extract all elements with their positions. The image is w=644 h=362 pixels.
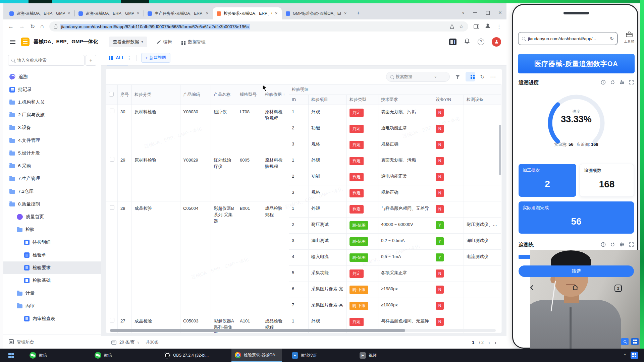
notification-bell-icon[interactable] [464, 38, 470, 46]
taskbar-item[interactable]: 微信 [26, 349, 50, 362]
sidebar-item[interactable]: 检验单 [3, 249, 101, 261]
reload-icon[interactable]: ↻ [30, 23, 35, 30]
sidebar-item[interactable]: 待检明细 [3, 236, 101, 249]
expand-icon[interactable] [629, 242, 634, 248]
sidebar-search[interactable] [8, 55, 85, 66]
sidebar-item[interactable]: 1.机构和人员 [3, 96, 101, 109]
column-header[interactable]: 设备Y/N [433, 95, 464, 105]
nav-tabs-icon[interactable]: 2 [614, 285, 622, 292]
table-search[interactable]: ∨ [386, 72, 450, 82]
sidebar-item[interactable]: 检验基础 [3, 274, 101, 287]
column-header[interactable]: 技术要求 [378, 95, 433, 105]
tray-expand-icon[interactable]: ^ [624, 353, 626, 358]
sidebar-item[interactable]: 8.质量控制 [3, 198, 101, 210]
row-checkbox[interactable] [110, 109, 114, 113]
filter-icon[interactable] [455, 74, 460, 79]
close-window-icon[interactable]: × [498, 9, 502, 16]
column-header[interactable]: 产品名称 [211, 85, 237, 105]
settings-sliders-icon[interactable] [620, 80, 625, 86]
horizontal-scrollbar[interactable] [110, 329, 496, 332]
user-avatar[interactable] [492, 37, 501, 47]
vertical-scrollbar[interactable] [499, 125, 501, 175]
refresh-icon[interactable] [610, 242, 615, 248]
chevron-down-icon[interactable]: ∨ [137, 341, 140, 344]
new-view-button[interactable]: + 新建视图 [141, 53, 170, 63]
sidebar-item[interactable]: 检验要求 [3, 261, 101, 274]
help-icon[interactable]: ? [478, 39, 484, 45]
profile-icon[interactable] [484, 22, 491, 31]
sidebar-item[interactable]: 5.设计开发 [3, 147, 101, 160]
close-tab-icon[interactable]: × [135, 11, 141, 16]
table-search-input[interactable] [396, 74, 432, 79]
column-header[interactable]: 规格型号 [237, 85, 262, 105]
tab-search-icon[interactable]: ∨ [462, 11, 465, 15]
sidebar-item[interactable]: 4.文件管理 [3, 134, 101, 147]
share-icon[interactable] [449, 24, 454, 29]
prev-page-icon[interactable]: ‹ [488, 340, 490, 345]
taskbar-item[interactable]: ▶视频 [356, 349, 380, 362]
view-all-data-dropdown[interactable]: 查看全部数据▾ [109, 37, 147, 47]
taskbar-item[interactable]: OBS 27.2.4 (32-bi... [160, 349, 212, 362]
info-icon[interactable] [601, 242, 606, 248]
chevron-down-icon[interactable]: ∨ [434, 75, 437, 79]
sidebar-item[interactable]: 内审 [3, 300, 101, 312]
stat-card-batches[interactable]: 加工批次 2 [519, 164, 576, 197]
toolbox-button[interactable]: 工具箱 [621, 31, 637, 44]
browser-tab[interactable]: GMP标准条款-器械OA、ERP...× [282, 7, 351, 19]
portal-icon[interactable] [449, 39, 457, 45]
row-checkbox[interactable] [110, 205, 114, 210]
bookmark-star-icon[interactable]: ☆ [459, 23, 464, 29]
browser-tab[interactable]: 检验要求-器械OA、ERP、GMP...× [213, 7, 282, 19]
stat-card-trace-items[interactable]: 追溯项数 168 [580, 164, 634, 197]
phone-address-bar[interactable]: jiandaoyun.com/dashboard#/app/... ↻ [518, 32, 618, 45]
expand-icon[interactable] [629, 80, 634, 86]
refresh-icon[interactable] [610, 80, 615, 86]
browser-menu-icon[interactable]: ⋮ [496, 23, 502, 30]
maximize-icon[interactable] [486, 11, 490, 15]
start-button[interactable] [3, 349, 18, 362]
sidebar-item[interactable]: 内审检查表 [3, 312, 101, 325]
browser-tab[interactable]: 追溯-器械OA、ERP、GMP一体...× [74, 7, 144, 19]
column-header[interactable]: 检验分类 [132, 85, 180, 105]
close-tab-icon[interactable]: × [342, 11, 348, 16]
admin-console-link[interactable]: 管理后台 [3, 335, 101, 349]
taskbar-item[interactable]: ▸微软投屏 [288, 349, 320, 362]
close-tab-icon[interactable]: × [66, 11, 72, 16]
tab-all-view[interactable]: ALL ⋮ [109, 50, 131, 65]
taskbar-item[interactable]: 检验要求-器械OA... [231, 349, 282, 362]
column-header[interactable]: 检测设备 [464, 95, 501, 105]
data-management-button[interactable]: 数据管理 [181, 39, 206, 45]
browser-tab[interactable]: 生产任务单-器械OA、ERP、GM...× [144, 7, 213, 19]
back-icon[interactable]: ← [8, 23, 14, 30]
row-checkbox[interactable] [110, 157, 114, 162]
phone-reload-icon[interactable]: ↻ [610, 36, 614, 41]
float-search-button[interactable] [621, 338, 629, 345]
sidebar-item[interactable]: 计量 [3, 287, 101, 300]
settings-sliders-icon[interactable] [620, 242, 625, 248]
sidebar-item[interactable]: 追溯 [3, 70, 101, 83]
hamburger-icon[interactable] [10, 42, 15, 42]
close-tab-icon[interactable]: × [273, 11, 279, 16]
minimize-icon[interactable] [473, 12, 477, 13]
sidebar-item[interactable]: 3.设备 [3, 121, 101, 134]
sidebar-item[interactable]: 6.采购 [3, 160, 101, 172]
sidebar-item[interactable]: 质量首页 [3, 210, 101, 223]
row-checkbox[interactable] [110, 318, 114, 322]
sidebar-item[interactable]: 批记录 [3, 83, 101, 96]
tray-app-icon[interactable] [631, 352, 638, 359]
taskbar-item[interactable]: 微信 [91, 349, 115, 362]
browser-tab[interactable]: 追溯-器械OA、ERP、GMP一体...× [5, 7, 74, 19]
sidebar-search-input[interactable] [17, 58, 74, 63]
nav-back-icon[interactable] [529, 284, 536, 293]
side-panel-icon[interactable] [474, 24, 479, 29]
stat-card-completed[interactable]: 实际追溯完成 56 [519, 201, 634, 234]
column-header[interactable]: ID [289, 95, 309, 105]
info-icon[interactable] [601, 80, 606, 86]
forward-icon[interactable]: → [19, 23, 25, 30]
select-all-checkbox[interactable] [109, 92, 114, 97]
next-page-icon[interactable]: › [495, 340, 496, 345]
sidebar-item[interactable]: 7.生产管理 [3, 172, 101, 185]
close-tab-icon[interactable]: × [204, 11, 210, 16]
scrollbar-thumb[interactable] [110, 329, 405, 332]
add-button[interactable]: + [86, 55, 96, 66]
